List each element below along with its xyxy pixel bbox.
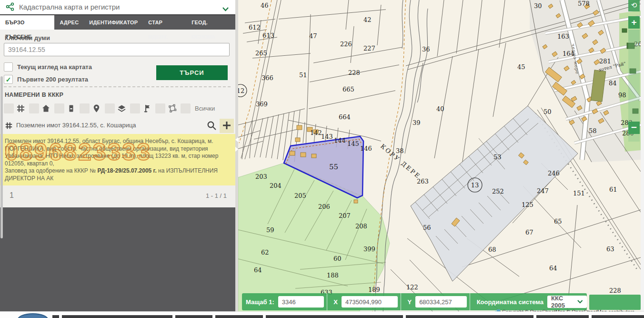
tab-identifier[interactable]: ИДЕНТИФИКАТОР — [84, 15, 143, 30]
statusbar-separator — [327, 293, 327, 310]
svg-text:45: 45 — [517, 63, 525, 71]
svg-text:188: 188 — [327, 272, 339, 279]
filter-all-checkbox[interactable] — [181, 103, 191, 113]
svg-text:50: 50 — [543, 108, 552, 115]
filter-parcel-checkbox[interactable] — [4, 103, 14, 113]
svg-text:36: 36 — [422, 46, 430, 53]
toolbar-column-lower — [628, 134, 640, 142]
taskbar-segment — [406, 315, 533, 318]
filter-polygon-checkbox[interactable] — [155, 103, 165, 113]
map-canvas: 1213 46612613265366369514722622722842665… — [238, 0, 641, 318]
zoom-in-button[interactable]: + — [628, 16, 640, 29]
svg-text:64: 64 — [549, 265, 557, 272]
filter-layers-checkbox[interactable] — [105, 103, 115, 113]
svg-text:63: 63 — [606, 246, 614, 253]
svg-text:39: 39 — [413, 119, 421, 126]
svg-text:151: 151 — [573, 190, 585, 197]
svg-text:206: 206 — [318, 203, 330, 210]
svg-text:228: 228 — [609, 287, 621, 294]
scale-input[interactable] — [278, 296, 324, 308]
svg-text:55: 55 — [329, 163, 338, 171]
found-section-title: НАМЕРЕНИ В КККР — [5, 92, 63, 98]
tab-quick-search[interactable]: БЪРЗО ТЪРСЕНЕ — [0, 15, 54, 30]
svg-text:612: 612 — [249, 24, 261, 31]
taskbar-start-button[interactable] — [17, 313, 49, 318]
y-coordinate-input[interactable] — [415, 296, 467, 308]
status-bar-right-segment — [589, 295, 641, 310]
zoom-out-button[interactable]: − — [628, 122, 640, 134]
toolbar-column — [628, 42, 640, 122]
pagination-bar: 1 1 - 1 / 1 — [0, 185, 235, 207]
svg-text:142: 142 — [310, 129, 322, 136]
crs-select[interactable]: ККС 2005 — [547, 296, 587, 308]
search-icon[interactable] — [207, 121, 217, 133]
svg-text:399: 399 — [363, 246, 375, 253]
result-approval-text: Заповед за одобрение на КККР № РД-18-29/… — [5, 167, 231, 182]
taskbar-sliver — [0, 311, 644, 318]
polygon-icon — [168, 104, 177, 113]
scrollbar-thumb[interactable] — [0, 76, 3, 238]
svg-text:59: 59 — [266, 226, 274, 234]
statusbar-separator — [470, 293, 470, 310]
result-detail-box: Поземлен имот 39164.12.55, област Бургас… — [0, 134, 235, 185]
map-status-bar: Мащаб 1: X Y Координатна система ККС 200… — [242, 293, 587, 310]
cadastral-map[interactable]: 1213 46612613265366369514722622722842665… — [238, 0, 641, 318]
svg-text:228: 228 — [348, 69, 360, 76]
y-label: Y — [407, 298, 412, 306]
chevron-down-icon[interactable] — [222, 5, 229, 13]
svg-text:203: 203 — [255, 173, 267, 180]
statusbar-separator — [401, 293, 401, 310]
crs-label: Координатна система — [477, 298, 543, 306]
tab-old-ident[interactable]: СТАР ИДЕНТ. — [143, 15, 186, 30]
rotate-map-button[interactable]: ⟲ — [628, 0, 640, 11]
svg-text:281: 281 — [599, 58, 611, 65]
svg-text:265: 265 — [255, 50, 267, 57]
toolbar-extra-button[interactable] — [628, 30, 640, 42]
svg-text:62: 62 — [261, 249, 269, 256]
svg-text:56: 56 — [423, 224, 431, 231]
result-range-label: 1 - 1 / 1 — [206, 192, 227, 199]
current-view-row: Текущ изглед на картата — [4, 62, 92, 72]
svg-text:369: 369 — [256, 101, 268, 108]
result-detail-text: Поземлен имот 39164.12.55, област Бургас… — [5, 138, 231, 167]
layers-icon — [117, 104, 126, 113]
filter-object-checkbox[interactable] — [54, 103, 64, 113]
add-to-map-button[interactable] — [220, 119, 234, 133]
svg-text:13: 13 — [471, 182, 479, 189]
svg-text:143: 143 — [321, 133, 333, 140]
crs-selected-value: ККС 2005 — [551, 295, 577, 309]
share-icon — [6, 2, 14, 13]
chevron-down-icon — [577, 300, 583, 304]
svg-text:247: 247 — [537, 187, 549, 195]
search-button[interactable]: ТЪРСИ — [156, 65, 228, 80]
svg-text:98: 98 — [618, 92, 626, 99]
filter-point-checkbox[interactable] — [80, 103, 90, 113]
svg-text:145: 145 — [347, 140, 359, 147]
svg-text:122: 122 — [406, 284, 418, 291]
x-coordinate-input[interactable] — [342, 296, 398, 308]
taskbar-segment — [266, 315, 403, 318]
x-label: X — [333, 298, 338, 306]
tab-geod-basis[interactable]: ГЕОД. ОСНОВА — [186, 15, 235, 30]
svg-text:144: 144 — [334, 137, 346, 144]
taskbar-segment — [52, 315, 59, 318]
svg-text:42: 42 — [363, 16, 372, 23]
svg-text:30: 30 — [534, 2, 542, 10]
current-view-checkbox[interactable] — [4, 62, 13, 72]
svg-text:226: 226 — [340, 41, 352, 48]
filter-flag-checkbox[interactable] — [130, 103, 140, 113]
page-number-button[interactable]: 1 — [10, 191, 14, 200]
svg-text:58: 58 — [589, 127, 597, 134]
flag-icon — [142, 104, 151, 113]
svg-text:578: 578 — [578, 0, 590, 7]
home-icon — [41, 104, 50, 113]
result-item-row[interactable]: Поземлен имот 39164.12.55, с. Кошарица — [0, 118, 235, 134]
service-header[interactable]: Кадастрална карта и регистри — [0, 0, 235, 15]
filter-building-checkbox[interactable] — [29, 103, 39, 113]
first-results-checkbox[interactable]: ✓ — [4, 75, 13, 84]
svg-text:125: 125 — [522, 201, 533, 208]
object-type-filters: Всички — [3, 102, 232, 114]
svg-text:252: 252 — [492, 188, 504, 195]
tab-address[interactable]: АДРЕС — [54, 15, 84, 30]
keywords-input[interactable] — [4, 43, 230, 56]
